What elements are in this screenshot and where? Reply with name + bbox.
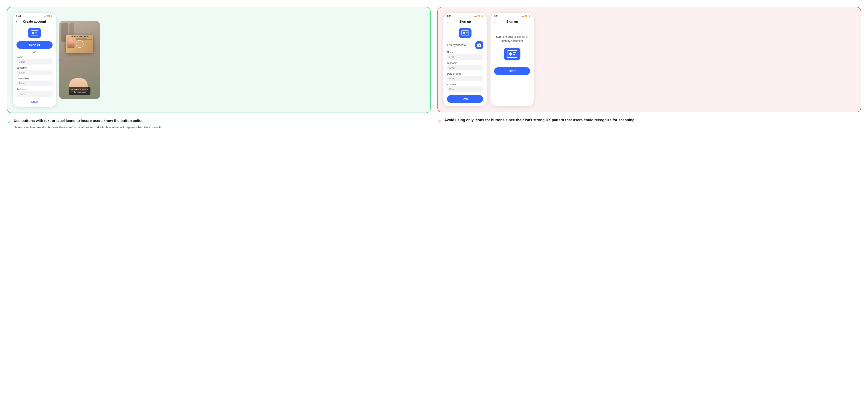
start-button[interactable]: Start [494, 67, 530, 75]
create-account-header: ‹ Create account [13, 18, 56, 26]
id-svg-r [461, 30, 469, 36]
left-caption-text: Use buttons with text or label icons to … [14, 118, 162, 130]
camera-scan-view: REPUBLIC OF THE PHILIPPINES [59, 21, 100, 99]
right-caption-text: Avoid using only icons for buttons since… [444, 118, 634, 124]
save-button-r[interactable]: Save [447, 95, 483, 103]
create-account-body: Scan ID or Name Surname [13, 28, 56, 104]
dob-field-group: Date of birth [17, 77, 53, 86]
rdob-field-group: Date of birth [447, 72, 483, 81]
back-arrow-signup[interactable]: ‹ [446, 20, 448, 24]
address-label: Address [17, 88, 53, 91]
back-arrow-signup2[interactable]: ‹ [494, 20, 495, 24]
battery-icon: 🔋 [50, 15, 53, 18]
id-line2 [76, 39, 92, 40]
svg-rect-9 [466, 34, 468, 34]
signal-icon-r2: ▪▪▪ [521, 15, 524, 18]
create-account-phone-wrapper: 9:41 ▪▪▪ 📶 🔋 ‹ Create account [13, 13, 56, 107]
id-card-country: REPUBLIC OF THE PHILIPPINES [67, 36, 92, 37]
signup-header: ‹ Sign up [443, 18, 487, 26]
status-icons-signup: ▪▪▪ 📶 🔋 [474, 15, 484, 18]
rname-input[interactable] [447, 54, 483, 60]
rsurname-label: Surname [447, 62, 483, 64]
red-example-box: 9:41 ▪▪▪ 📶 🔋 ‹ Sign up [437, 7, 861, 112]
svg-rect-4 [35, 34, 37, 34]
enter-data-label: Enter your data [447, 44, 466, 47]
time-signup2: 9:41 [494, 15, 499, 18]
battery-icon-r: 🔋 [481, 15, 484, 18]
id-body [68, 44, 74, 48]
right-panel: 9:41 ▪▪▪ 📶 🔋 ‹ Sign up [437, 7, 861, 124]
create-account-title: Create account [23, 20, 46, 23]
scan-circle [76, 40, 84, 48]
scan-id-button[interactable]: Scan ID [17, 41, 53, 49]
svg-rect-8 [466, 33, 467, 33]
right-phones: 9:41 ▪▪▪ 📶 🔋 ‹ Sign up [443, 13, 534, 106]
status-bar-signup2: 9:41 ▪▪▪ 📶 🔋 [491, 13, 534, 18]
signup-body: Enter your data Name [443, 28, 487, 103]
dob-input[interactable] [17, 81, 53, 86]
status-bar-left: 9:41 ▪▪▪ 📶 🔋 [13, 13, 56, 18]
arrow-connector: → [57, 57, 63, 64]
id-card-icon-r [459, 28, 471, 38]
save-link[interactable]: Save [17, 100, 53, 104]
scan-toast: Scan the front side of a document [69, 87, 90, 95]
green-phones-wrap: 9:41 ▪▪▪ 📶 🔋 ‹ Create account [13, 13, 100, 107]
right-caption-heading: Avoid using only icons for buttons since… [444, 118, 634, 123]
back-arrow-left[interactable]: ‹ [16, 20, 17, 24]
wifi-icon: 📶 [47, 15, 50, 18]
address-field-group: Address [17, 88, 53, 97]
rsurname-input[interactable] [447, 65, 483, 70]
rname-label: Name [447, 51, 483, 54]
raddress-label: Address [447, 83, 483, 86]
name-label: Name [17, 56, 53, 58]
status-bar-signup: 9:41 ▪▪▪ 📶 🔋 [443, 13, 487, 18]
id-photo [67, 38, 74, 48]
surname-input[interactable] [17, 70, 53, 75]
svg-rect-13 [507, 51, 517, 57]
id-card-in-hand: REPUBLIC OF THE PHILIPPINES [66, 35, 93, 53]
scan-toast-line1: Scan the front side [71, 88, 88, 91]
scan-toast-line2: of a document [73, 91, 86, 93]
signal-icon: ▪▪▪ [44, 15, 46, 18]
status-icons-signup2: ▪▪▪ 📶 🔋 [521, 15, 531, 18]
time-signup: 9:41 [446, 15, 452, 18]
id-face [68, 39, 74, 45]
big-id-icon-wrapper [494, 48, 530, 60]
id-svg [31, 30, 38, 36]
camera-icon-btn[interactable] [475, 41, 483, 49]
id-icon-wrapper-r [447, 28, 483, 38]
wifi-icon-r2: 📶 [525, 15, 527, 18]
signup-form-phone: 9:41 ▪▪▪ 📶 🔋 ‹ Sign up [443, 13, 487, 106]
surname-label: Surname [17, 66, 53, 69]
id-card: REPUBLIC OF THE PHILIPPINES [66, 35, 93, 53]
signup2-title: Sign up [506, 20, 518, 23]
battery-icon-r2: 🔋 [528, 15, 531, 18]
raddress-field-group: Address [447, 83, 483, 92]
rdob-input[interactable] [447, 76, 483, 81]
svg-point-14 [509, 52, 512, 56]
scan-description: Scan the drivers license or identity doc… [494, 35, 530, 43]
status-icons-left: ▪▪▪ 📶 🔋 [44, 15, 53, 18]
svg-rect-15 [513, 52, 516, 53]
right-caption: ✕ Avoid using only icons for buttons sin… [437, 118, 861, 124]
rsurname-field-group: Surname [447, 62, 483, 70]
svg-rect-5 [461, 31, 469, 35]
surname-field-group: Surname [17, 66, 53, 75]
svg-rect-16 [513, 54, 516, 55]
svg-point-1 [32, 32, 34, 34]
rdob-label: Date of birth [447, 72, 483, 75]
name-input[interactable] [17, 59, 53, 64]
svg-rect-17 [513, 56, 516, 56]
raddress-input[interactable] [447, 86, 483, 92]
camera-svg [477, 44, 481, 47]
id-line1 [76, 38, 87, 39]
svg-rect-12 [478, 44, 480, 45]
svg-rect-3 [35, 33, 37, 33]
check-icon: ✓ [7, 119, 11, 125]
green-example-box: 9:41 ▪▪▪ 📶 🔋 ‹ Create account [7, 7, 431, 113]
main-layout: 9:41 ▪▪▪ 📶 🔋 ‹ Create account [7, 7, 861, 130]
signup2-header: ‹ Sign up [491, 18, 534, 26]
address-input[interactable] [17, 91, 53, 97]
enter-data-row: Enter your data [447, 41, 483, 49]
svg-rect-7 [466, 32, 468, 32]
